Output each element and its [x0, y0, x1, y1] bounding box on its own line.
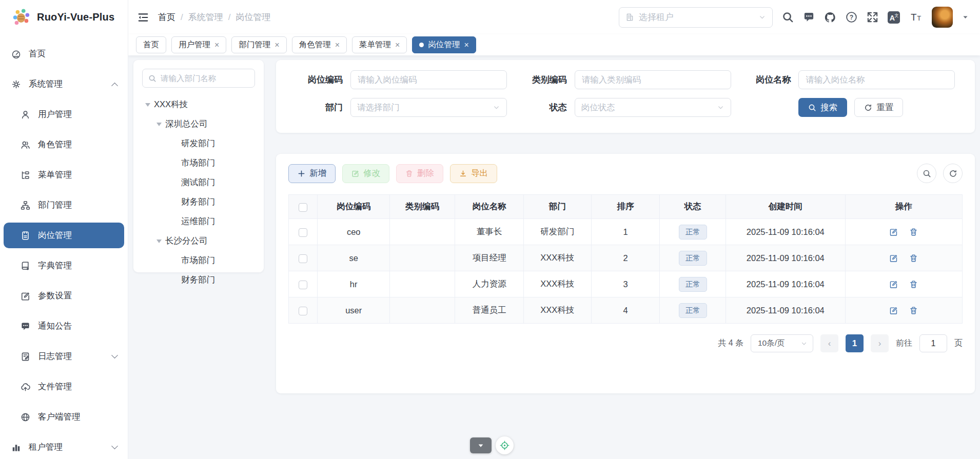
modify-button[interactable]: 修改: [342, 164, 389, 183]
row-checkbox[interactable]: [299, 228, 307, 237]
row-delete-icon[interactable]: [909, 228, 918, 236]
page-size-select[interactable]: 10条/页: [751, 334, 813, 352]
tree-node[interactable]: XXX科技: [142, 95, 255, 114]
cell-dept: XXX科技: [524, 297, 591, 324]
page-number-button[interactable]: 1: [846, 334, 864, 352]
caret-down-icon[interactable]: [962, 14, 969, 21]
tab-user-mgmt[interactable]: 用户管理 ×: [171, 36, 226, 53]
sidebar-item-depts[interactable]: 部门管理: [4, 192, 124, 218]
tree-node[interactable]: 长沙分公司: [142, 231, 255, 251]
row-edit-icon[interactable]: [889, 280, 898, 289]
chevron-down-icon: [717, 104, 724, 111]
row-edit-icon[interactable]: [889, 228, 898, 236]
devtools-collapse-button[interactable]: [470, 437, 492, 453]
add-button[interactable]: 新增: [288, 164, 336, 183]
cell-created: 2025-11-09 10:16:04: [726, 271, 845, 297]
dept-select[interactable]: 请选择部门: [350, 98, 507, 117]
search-button[interactable]: 搜索: [798, 98, 847, 117]
close-icon[interactable]: ×: [214, 41, 219, 50]
devtools-inspect-button[interactable]: [496, 436, 514, 454]
chevron-up-icon: [111, 82, 118, 89]
close-icon[interactable]: ×: [464, 41, 468, 50]
sidebar-item-home[interactable]: 首页: [4, 41, 124, 67]
cell-post-code: hr: [318, 271, 389, 297]
row-checkbox[interactable]: [299, 281, 307, 289]
sidebar-item-roles[interactable]: 角色管理: [4, 132, 124, 157]
dept-select-placeholder: 请选择部门: [357, 102, 493, 113]
breadcrumb-home[interactable]: 首页: [158, 11, 175, 23]
sidebar-item-menus[interactable]: 菜单管理: [4, 162, 124, 188]
status-select[interactable]: 岗位状态: [575, 98, 731, 117]
close-icon[interactable]: ×: [275, 41, 279, 50]
tree-node[interactable]: 研发部门: [142, 134, 255, 153]
next-page-button[interactable]: ›: [871, 334, 889, 352]
tab-home[interactable]: 首页: [136, 36, 166, 53]
row-edit-icon[interactable]: [889, 254, 898, 263]
goto-page-input[interactable]: [919, 334, 947, 352]
tab-post-mgmt[interactable]: 岗位管理 ×: [412, 36, 476, 53]
sidebar-item-logs[interactable]: 日志管理: [4, 344, 124, 369]
translate-icon[interactable]: A文: [888, 11, 900, 24]
sidebar-item-label: 系统管理: [29, 78, 63, 90]
post-name-input[interactable]: [799, 71, 954, 89]
delete-button[interactable]: 删除: [396, 164, 443, 183]
table-row[interactable]: hr 人力资源 XXX科技 3 正常 2025-11-09 10:16:04: [289, 271, 963, 297]
tab-role-mgmt[interactable]: 角色管理 ×: [292, 36, 347, 53]
table-row[interactable]: ceo 董事长 研发部门 1 正常 2025-11-09 10:16:04: [289, 219, 963, 245]
row-delete-icon[interactable]: [909, 254, 918, 263]
tree-node[interactable]: 市场部门: [142, 251, 255, 270]
row-delete-icon[interactable]: [909, 306, 918, 315]
app-logo[interactable]: RuoYi-Vue-Plus: [0, 0, 128, 34]
close-icon[interactable]: ×: [335, 41, 340, 50]
tree-expand-icon[interactable]: [156, 123, 162, 126]
category-code-input[interactable]: [575, 71, 731, 89]
sidebar-item-users[interactable]: 用户管理: [4, 102, 124, 127]
sidebar-item-posts[interactable]: 岗位管理: [4, 223, 124, 248]
post-code-input[interactable]: [351, 71, 506, 89]
avatar[interactable]: [932, 7, 953, 28]
row-checkbox[interactable]: [299, 307, 307, 315]
sidebar-item-files[interactable]: 文件管理: [4, 374, 124, 400]
tree-expand-icon[interactable]: [145, 103, 150, 107]
trash-icon: [405, 170, 413, 177]
refresh-table-button[interactable]: [943, 164, 963, 183]
toggle-search-button[interactable]: [917, 164, 936, 183]
row-checkbox[interactable]: [299, 254, 307, 263]
help-icon[interactable]: ?: [846, 11, 857, 23]
tree-expand-icon[interactable]: [156, 240, 162, 243]
search-icon[interactable]: [782, 11, 794, 23]
goto-label: 前往: [896, 338, 912, 349]
font-size-icon[interactable]: TT: [909, 11, 923, 24]
table-row[interactable]: se 项目经理 XXX科技 2 正常 2025-11-09 10:16:04: [289, 245, 963, 271]
github-icon[interactable]: [824, 11, 836, 24]
tree-node[interactable]: 市场部门: [142, 153, 255, 173]
tree-node[interactable]: 测试部门: [142, 173, 255, 192]
tree-node[interactable]: 运维部门: [142, 212, 255, 231]
reset-button[interactable]: 重置: [854, 98, 903, 117]
table-header-row: 岗位编码 类别编码 岗位名称 部门 排序 状态 创建时间 操作: [289, 195, 963, 219]
tab-menu-mgmt[interactable]: 菜单管理 ×: [352, 36, 407, 53]
select-all-checkbox[interactable]: [299, 203, 307, 212]
sidebar-item-notice[interactable]: 通知公告: [4, 313, 124, 339]
tenant-select[interactable]: 选择租户: [619, 7, 773, 28]
row-delete-icon[interactable]: [909, 280, 918, 289]
sidebar-collapse-icon[interactable]: [138, 12, 149, 23]
tree-node[interactable]: 财务部门: [142, 192, 255, 212]
cell-category-code: [389, 219, 455, 245]
export-button[interactable]: 导出: [450, 164, 497, 183]
dept-search-input[interactable]: [161, 74, 249, 83]
sidebar-item-dict[interactable]: 字典管理: [4, 253, 124, 278]
sidebar-item-clients[interactable]: 客户端管理: [4, 404, 124, 430]
tree-node[interactable]: 财务部门: [142, 270, 255, 290]
tab-dept-mgmt[interactable]: 部门管理 ×: [231, 36, 286, 53]
prev-page-button[interactable]: ‹: [820, 334, 838, 352]
sidebar-item-tenants[interactable]: 租户管理: [4, 434, 124, 459]
fullscreen-icon[interactable]: [867, 11, 878, 23]
close-icon[interactable]: ×: [395, 41, 400, 50]
sidebar-item-system[interactable]: 系统管理: [4, 71, 124, 97]
sidebar-item-config[interactable]: 参数设置: [4, 283, 124, 309]
table-row[interactable]: user 普通员工 XXX科技 4 正常 2025-11-09 10:16:04: [289, 297, 963, 324]
row-edit-icon[interactable]: [889, 306, 898, 315]
message-icon[interactable]: [803, 11, 815, 23]
tree-node[interactable]: 深圳总公司: [142, 114, 255, 134]
